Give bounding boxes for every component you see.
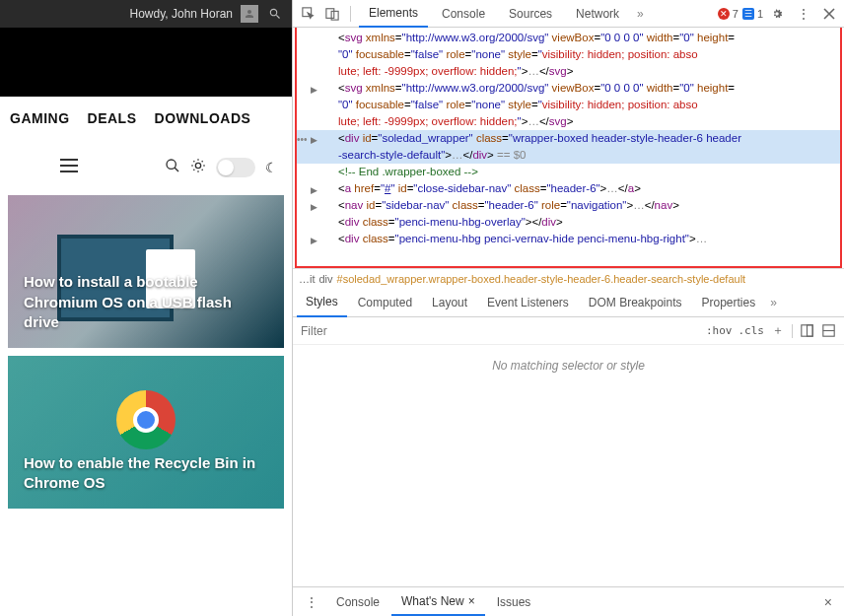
close-tab-icon[interactable]: × bbox=[468, 594, 475, 608]
svg-line-13 bbox=[202, 161, 203, 162]
chrome-logo-icon bbox=[116, 390, 176, 449]
svg-point-3 bbox=[167, 160, 176, 169]
styles-filter-input[interactable] bbox=[301, 324, 449, 338]
dom-comment[interactable]: <!-- End .wrapper-boxed --> bbox=[297, 164, 840, 180]
svg-rect-15 bbox=[326, 8, 334, 18]
divider bbox=[792, 324, 793, 338]
svg-line-10 bbox=[193, 161, 194, 162]
drawer-tab-whatsnew[interactable]: What's New× bbox=[391, 588, 485, 616]
no-match-text: No matching selector or style bbox=[492, 359, 645, 373]
svg-line-12 bbox=[193, 170, 194, 171]
svg-line-11 bbox=[202, 170, 203, 171]
tab-elements[interactable]: Elements bbox=[359, 0, 428, 28]
devtools-toolbar: Elements Console Sources Network » ✕7 ☰1… bbox=[293, 0, 844, 28]
device-toggle-icon[interactable] bbox=[322, 4, 342, 24]
dom-node[interactable]: "0" focusable="false" role="none" style=… bbox=[297, 97, 840, 113]
hamburger-icon[interactable] bbox=[59, 158, 79, 177]
dom-node-selected[interactable]: -search-style-default">…</div> == $0 bbox=[297, 147, 840, 164]
moon-icon[interactable]: ☾ bbox=[265, 160, 278, 175]
nav-downloads[interactable]: DOWNLOADS bbox=[155, 110, 251, 126]
site-nav: GAMING DEALS DOWNLOADS bbox=[0, 97, 292, 140]
dom-tree[interactable]: <svg xmlns="http://www.w3.org/2000/svg" … bbox=[295, 28, 842, 268]
breadcrumb-ellipsis: …it bbox=[299, 273, 316, 285]
tab-network[interactable]: Network bbox=[566, 1, 629, 27]
close-devtools-icon[interactable] bbox=[820, 5, 838, 23]
panel-layout-icon[interactable] bbox=[820, 323, 836, 339]
site-toolbar: ☾ bbox=[0, 140, 292, 195]
dom-node[interactable]: <svg xmlns="http://www.w3.org/2000/svg" … bbox=[297, 30, 840, 46]
dom-node[interactable]: lute; left: -9999px; overflow: hidden;">… bbox=[297, 63, 840, 80]
theme-toggle[interactable] bbox=[216, 158, 255, 177]
tab-console[interactable]: Console bbox=[432, 1, 495, 27]
dom-node[interactable]: "0" focusable="false" role="none" style=… bbox=[297, 46, 840, 63]
user-greeting: Howdy, John Horan bbox=[130, 7, 234, 21]
article-card[interactable]: How to enable the Recycle Bin in Chrome … bbox=[8, 356, 284, 509]
kebab-icon[interactable]: ⋮ bbox=[791, 6, 816, 22]
sun-icon[interactable] bbox=[190, 158, 206, 177]
tab-layout[interactable]: Layout bbox=[423, 289, 476, 316]
error-count[interactable]: ✕7 bbox=[718, 8, 738, 20]
more-tabs-icon[interactable]: » bbox=[633, 7, 648, 21]
cls-toggle[interactable]: .cls bbox=[738, 324, 765, 337]
hov-toggle[interactable]: :hov bbox=[706, 324, 733, 337]
dom-node[interactable]: ▶<div class="penci-menu-hbg penci-vernav… bbox=[297, 231, 840, 247]
article-title: How to enable the Recycle Bin in Chrome … bbox=[24, 453, 268, 494]
drawer-tab-console[interactable]: Console bbox=[326, 589, 389, 615]
drawer-tab-issues[interactable]: Issues bbox=[487, 589, 541, 615]
devtools-drawer: ⋮ Console What's New× Issues × bbox=[293, 586, 844, 616]
nav-gaming[interactable]: GAMING bbox=[10, 110, 70, 126]
devtools-pane: Elements Console Sources Network » ✕7 ☰1… bbox=[292, 0, 844, 616]
svg-rect-20 bbox=[807, 325, 812, 336]
breadcrumb-tag[interactable]: div bbox=[319, 273, 333, 285]
svg-line-4 bbox=[175, 168, 178, 171]
tab-sources[interactable]: Sources bbox=[499, 1, 562, 27]
tab-styles[interactable]: Styles bbox=[297, 288, 347, 317]
website-pane: Howdy, John Horan GAMING DEALS DOWNLOADS… bbox=[0, 0, 292, 616]
article-card[interactable]: How to install a bootable Chromium OS on… bbox=[8, 195, 284, 348]
new-style-icon[interactable]: ＋ bbox=[770, 323, 786, 339]
gear-icon[interactable] bbox=[767, 4, 787, 24]
more-style-tabs-icon[interactable]: » bbox=[766, 296, 781, 309]
article-title: How to install a bootable Chromium OS on… bbox=[24, 272, 268, 332]
avatar-icon[interactable] bbox=[241, 5, 258, 23]
dom-node[interactable]: ▶<svg xmlns="http://www.w3.org/2000/svg"… bbox=[297, 80, 840, 97]
inspect-icon[interactable] bbox=[299, 4, 318, 24]
search-icon[interactable] bbox=[266, 5, 284, 23]
dom-node[interactable]: ▶<a href="#" id="close-sidebar-nav" clas… bbox=[297, 180, 840, 197]
nav-deals[interactable]: DEALS bbox=[88, 110, 137, 126]
dom-node[interactable]: ▶<nav id="sidebar-nav" class="header-6" … bbox=[297, 197, 840, 214]
site-top-bar: Howdy, John Horan bbox=[0, 0, 292, 28]
drawer-kebab-icon[interactable]: ⋮ bbox=[299, 594, 324, 610]
styles-body: No matching selector or style bbox=[293, 345, 844, 586]
styles-tabs: Styles Computed Layout Event Listeners D… bbox=[293, 288, 844, 317]
article-cards: How to install a bootable Chromium OS on… bbox=[0, 195, 292, 509]
tab-dom-breakpoints[interactable]: DOM Breakpoints bbox=[580, 289, 691, 316]
dom-breadcrumb[interactable]: …it div#soledad_wrapper.wrapper-boxed.he… bbox=[293, 268, 844, 288]
close-drawer-icon[interactable]: × bbox=[818, 594, 838, 610]
dom-node-selected[interactable]: •••▶<div id="soledad_wrapper" class="wra… bbox=[297, 130, 840, 147]
dom-node[interactable]: <div class="penci-menu-hbg-overlay"></di… bbox=[297, 214, 840, 231]
dom-node[interactable]: lute; left: -9999px; overflow: hidden;">… bbox=[297, 113, 840, 130]
tab-properties[interactable]: Properties bbox=[693, 289, 765, 316]
tab-computed[interactable]: Computed bbox=[349, 289, 421, 316]
computed-toggle-icon[interactable] bbox=[799, 323, 814, 339]
svg-point-5 bbox=[195, 163, 200, 168]
styles-filter-row: :hov .cls ＋ bbox=[293, 317, 844, 345]
tab-event-listeners[interactable]: Event Listeners bbox=[478, 289, 578, 316]
divider bbox=[350, 6, 351, 22]
info-count[interactable]: ☰1 bbox=[742, 8, 763, 20]
toolbar-search-icon[interactable] bbox=[165, 158, 180, 177]
site-header-band bbox=[0, 28, 292, 97]
